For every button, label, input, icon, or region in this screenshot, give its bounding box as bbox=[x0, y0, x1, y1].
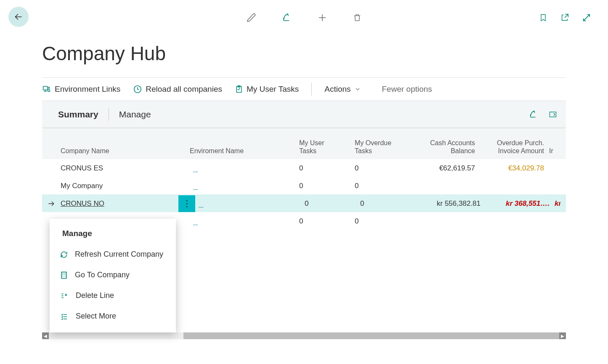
share-icon bbox=[529, 110, 538, 119]
grid-share-button[interactable] bbox=[529, 110, 538, 119]
column-my-user-tasks[interactable]: My User Tasks bbox=[299, 136, 355, 155]
trash-icon bbox=[353, 13, 362, 23]
arrow-left-icon bbox=[13, 11, 24, 22]
row-context-menu: Manage Refresh Current Company Go To Com… bbox=[50, 219, 176, 332]
new-button[interactable] bbox=[317, 13, 327, 23]
reload-icon bbox=[133, 85, 142, 94]
column-extra[interactable]: Ir bbox=[549, 143, 566, 155]
share-button[interactable] bbox=[282, 13, 292, 23]
my-user-tasks-action[interactable]: My User Tasks bbox=[235, 85, 299, 94]
column-company-name[interactable]: Company Name bbox=[61, 143, 178, 155]
reload-all-action[interactable]: Reload all companies bbox=[133, 85, 222, 94]
tab-manage[interactable]: Manage bbox=[112, 109, 159, 120]
svg-point-2 bbox=[48, 87, 49, 88]
row-indicator bbox=[42, 199, 61, 208]
context-delete-line[interactable]: Delete Line bbox=[50, 285, 176, 306]
bookmark-icon bbox=[539, 13, 547, 23]
scroll-thumb[interactable] bbox=[183, 332, 559, 339]
horizontal-scrollbar[interactable]: ◀ ▶ bbox=[42, 332, 566, 339]
svg-rect-0 bbox=[43, 86, 48, 90]
my-user-tasks-cell: 0 bbox=[305, 199, 360, 208]
overdue-invoice-cell: kr 368,551…. bbox=[487, 199, 555, 208]
context-refresh-company[interactable]: Refresh Current Company bbox=[50, 244, 176, 265]
pencil-icon bbox=[247, 13, 257, 23]
clipboard-icon bbox=[235, 85, 243, 94]
column-my-overdue-tasks[interactable]: My Overdue Tasks bbox=[355, 136, 410, 155]
company-name-cell[interactable]: CRONUS ES bbox=[61, 164, 178, 173]
table-row[interactable]: CRONUS NO_00kr 556,382.81kr 368,551….kı bbox=[42, 194, 566, 212]
scroll-right-arrow[interactable]: ▶ bbox=[559, 332, 566, 339]
row-more-button[interactable] bbox=[178, 195, 195, 212]
select-more-icon bbox=[60, 313, 69, 320]
svg-point-8 bbox=[186, 203, 187, 204]
edit-button[interactable] bbox=[247, 13, 257, 23]
plus-icon bbox=[317, 13, 327, 23]
company-name-cell[interactable]: My Company bbox=[61, 182, 178, 190]
building-icon bbox=[60, 271, 68, 279]
actions-dropdown[interactable]: Actions bbox=[324, 85, 361, 94]
column-overdue-purch-invoice[interactable]: Overdue Purch. Invoice Amount bbox=[482, 136, 549, 155]
more-vertical-icon bbox=[186, 199, 188, 208]
context-goto-label: Go To Company bbox=[75, 271, 130, 279]
scroll-left-arrow[interactable]: ◀ bbox=[42, 332, 49, 339]
environment-cell[interactable]: _ bbox=[190, 181, 299, 191]
refresh-icon bbox=[60, 250, 68, 259]
context-delete-label: Delete Line bbox=[76, 291, 114, 300]
reload-all-label: Reload all companies bbox=[146, 85, 222, 94]
expand-icon bbox=[582, 13, 591, 22]
table-row[interactable]: CRONUS ES_00€62,619.57€34,029.78 bbox=[42, 159, 566, 177]
environment-cell[interactable]: _ bbox=[195, 199, 305, 208]
delete-line-icon bbox=[60, 292, 69, 300]
my-overdue-tasks-cell: 0 bbox=[355, 182, 410, 190]
tab-summary[interactable]: Summary bbox=[50, 109, 106, 120]
back-button[interactable] bbox=[8, 7, 29, 27]
divider bbox=[109, 108, 109, 121]
arrow-right-icon bbox=[47, 199, 56, 208]
svg-rect-10 bbox=[61, 272, 66, 278]
grid-expand-button[interactable] bbox=[548, 110, 558, 119]
context-select-more-label: Select More bbox=[76, 312, 116, 321]
environment-links-icon bbox=[42, 85, 51, 93]
fewer-options-label: Fewer options bbox=[382, 85, 432, 94]
delete-button[interactable] bbox=[353, 13, 362, 23]
table-row[interactable]: My Company_00 bbox=[42, 177, 566, 194]
environment-cell[interactable]: _ bbox=[190, 216, 299, 226]
environment-links-label: Environment Links bbox=[55, 85, 120, 94]
overdue-invoice-cell: €34,029.78 bbox=[482, 164, 549, 173]
popout-button[interactable] bbox=[560, 13, 569, 22]
extra-cell: kı bbox=[555, 199, 566, 208]
context-select-more[interactable]: Select More bbox=[50, 306, 176, 327]
chevron-down-icon bbox=[354, 86, 361, 93]
my-overdue-tasks-cell: 0 bbox=[355, 217, 410, 226]
page-title: Company Hub bbox=[0, 34, 608, 77]
svg-point-9 bbox=[186, 206, 187, 207]
my-user-tasks-cell: 0 bbox=[299, 182, 355, 190]
share-icon bbox=[282, 13, 292, 23]
cash-balance-cell: kr 556,382.81 bbox=[416, 199, 487, 208]
column-environment-name[interactable]: Enviroment Name bbox=[190, 143, 299, 155]
company-name-cell[interactable]: CRONUS NO bbox=[61, 199, 178, 208]
popout-icon bbox=[560, 13, 569, 22]
my-overdue-tasks-cell: 0 bbox=[360, 199, 416, 208]
svg-point-1 bbox=[48, 90, 50, 92]
expand-button[interactable] bbox=[582, 13, 591, 22]
my-user-tasks-cell: 0 bbox=[299, 164, 355, 173]
cash-balance-cell: €62,619.57 bbox=[410, 164, 482, 173]
my-user-tasks-label: My User Tasks bbox=[247, 85, 299, 94]
context-heading: Manage bbox=[50, 225, 176, 244]
environment-links-action[interactable]: Environment Links bbox=[42, 85, 120, 94]
context-goto-company[interactable]: Go To Company bbox=[50, 265, 176, 285]
context-refresh-label: Refresh Current Company bbox=[75, 250, 163, 259]
column-cash-accounts-balance[interactable]: Cash Accounts Balance bbox=[410, 136, 482, 155]
divider bbox=[311, 83, 312, 96]
environment-cell[interactable]: _ bbox=[190, 163, 299, 173]
my-overdue-tasks-cell: 0 bbox=[355, 164, 410, 173]
fewer-options-action[interactable]: Fewer options bbox=[382, 85, 432, 94]
bookmark-button[interactable] bbox=[539, 13, 547, 23]
actions-label: Actions bbox=[324, 85, 350, 94]
my-user-tasks-cell: 0 bbox=[299, 217, 355, 226]
expand-panel-icon bbox=[548, 110, 558, 119]
svg-point-7 bbox=[186, 200, 187, 201]
